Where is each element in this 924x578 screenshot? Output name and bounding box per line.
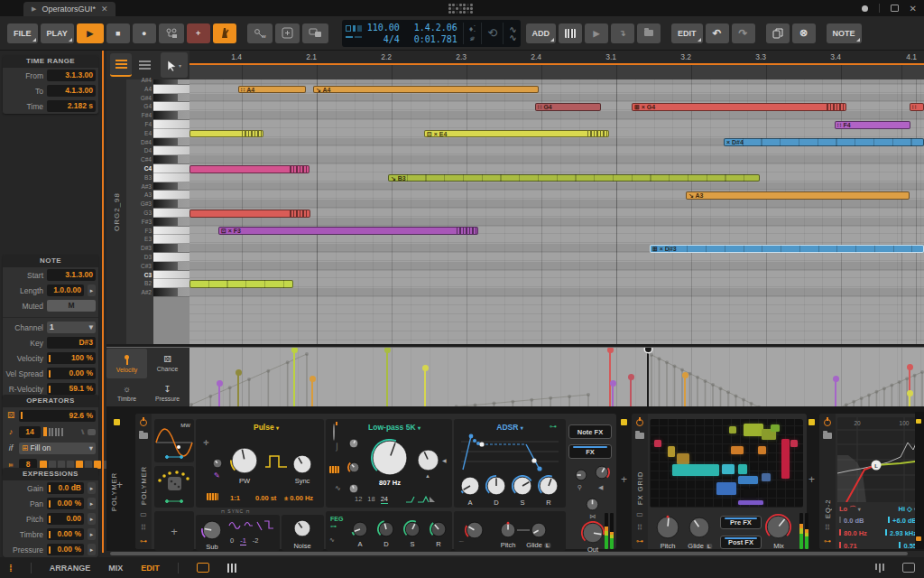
expand-icon[interactable]: ⠿: [637, 525, 642, 532]
expression-tab-chance[interactable]: ⚄Chance: [147, 349, 188, 378]
mod-random-display[interactable]: [154, 466, 194, 508]
power-icon[interactable]: [636, 419, 643, 426]
midi-note-G4[interactable]: ∷: [910, 103, 924, 111]
pitch-env-knob[interactable]: [465, 520, 485, 544]
length-expand-button[interactable]: ▸: [88, 284, 96, 296]
maximize-icon[interactable]: [891, 5, 899, 12]
fx-grid-device[interactable]: FX GRID ▭ ⠿ ⊶ Pitch Glide L Pre FX Post …: [632, 414, 807, 549]
piano-key-C#3[interactable]: [153, 262, 189, 271]
slope-option[interactable]: 24: [381, 495, 388, 504]
grid-module[interactable]: [654, 440, 661, 447]
fx-glide-knob[interactable]: [688, 516, 711, 543]
feg-mod-icon[interactable]: ⊶: [330, 523, 337, 530]
modulators-icon[interactable]: ⊶: [824, 538, 831, 545]
piano-key-F4[interactable]: [153, 120, 189, 129]
add-track-button[interactable]: [275, 23, 300, 43]
chance-field[interactable]: 92.6 %: [19, 410, 96, 422]
grid-module[interactable]: [722, 464, 735, 474]
time-range-field[interactable]: 4.1.3.00: [47, 85, 96, 97]
add-device-button[interactable]: +: [621, 473, 627, 486]
midi-note-D#3[interactable]: ⊞ × D#3: [650, 245, 924, 253]
piano-keyboard[interactable]: [153, 79, 189, 344]
piano-key-F#4[interactable]: [153, 111, 189, 120]
preset-folder-icon[interactable]: [823, 433, 832, 439]
pre-fx-button[interactable]: Pre FX: [720, 516, 762, 529]
grid-module[interactable]: [738, 476, 758, 484]
piano-key-A#2[interactable]: [153, 288, 189, 297]
sub-octave-select[interactable]: 0-1-2: [230, 536, 259, 545]
piano-key-G4[interactable]: [153, 102, 189, 111]
expression-field-pitch[interactable]: 0.00: [47, 513, 84, 525]
midi-note-A4[interactable]: ↘ A4: [313, 86, 539, 94]
midi-note-B3[interactable]: ↘ B3: [388, 174, 760, 182]
feg-knob-D[interactable]: [377, 520, 395, 542]
expand-icon[interactable]: ⠿: [141, 525, 146, 532]
midi-note-G4[interactable]: ⊞ × G4: [632, 103, 846, 111]
sync-knob[interactable]: [291, 453, 313, 479]
midi-note-A4[interactable]: ∷ A4: [238, 86, 306, 94]
glide-knob[interactable]: [530, 521, 548, 543]
velocity-field[interactable]: 100 %: [47, 352, 96, 364]
recurrence-length[interactable]: 14: [19, 426, 41, 438]
amp-mod-icon[interactable]: ⊶: [550, 423, 557, 431]
piano-key-C4[interactable]: [153, 164, 189, 173]
eq2-device[interactable]: EQ-2 ⠿ ⊶ 20 100 1k +20 +10 -10 -20: [819, 414, 924, 549]
close-window-icon[interactable]: ✕: [910, 4, 917, 14]
expression-tab-velocity[interactable]: Velocity: [106, 349, 147, 378]
recurrence-mode[interactable]: [88, 429, 96, 435]
r-velocity-field[interactable]: 59.1 %: [47, 383, 96, 395]
octave-option[interactable]: 0: [230, 536, 234, 545]
beat-ruler[interactable]: 1.42.12.22.32.43.13.23.33.44.1: [189, 51, 924, 63]
expand-button[interactable]: ▸: [88, 498, 96, 509]
undo-button[interactable]: ↶: [706, 23, 729, 43]
panel-divider[interactable]: [102, 51, 104, 553]
edit-menu-button[interactable]: EDIT: [671, 23, 703, 43]
jump-button[interactable]: ↴: [611, 23, 634, 43]
edit-view-button[interactable]: EDIT: [141, 564, 160, 573]
expand-button[interactable]: ▸: [88, 528, 96, 540]
tab-close-icon[interactable]: ✕: [101, 5, 108, 14]
pointer-tool-button[interactable]: ▾: [161, 52, 188, 78]
tempo-signature[interactable]: 110.00 4/4: [367, 22, 400, 45]
play-button[interactable]: ▶: [77, 23, 104, 43]
grid-module[interactable]: [668, 446, 675, 457]
slope-option[interactable]: 18: [367, 495, 374, 504]
feg-knob-S[interactable]: [403, 520, 421, 542]
cutoff-value[interactable]: 807 Hz: [379, 479, 401, 487]
keytrack-icon[interactable]: [207, 493, 218, 500]
device-handle[interactable]: [808, 419, 815, 425]
grid-module[interactable]: [744, 424, 763, 436]
piano-key-G#3[interactable]: [153, 200, 189, 209]
expression-field-pan[interactable]: 0.00 %: [47, 498, 84, 509]
amp-preset-select[interactable]: ADSR ▾: [496, 423, 522, 432]
automation-write-button[interactable]: w: [247, 23, 273, 43]
power-icon[interactable]: [824, 419, 831, 426]
piano-key-D#3[interactable]: [153, 244, 189, 253]
expand-icon[interactable]: ⠿: [825, 525, 830, 532]
mixer-panel-icon[interactable]: [875, 564, 885, 573]
osc-ratio[interactable]: 1:1: [230, 494, 240, 502]
amp-env-knob-A[interactable]: [459, 475, 481, 500]
time-range-field[interactable]: 2.182 s: [47, 100, 96, 112]
piano-key-E3[interactable]: [153, 235, 189, 244]
preset-folder-icon[interactable]: [139, 433, 148, 439]
grid-module[interactable]: [738, 464, 747, 474]
device-handle[interactable]: [621, 419, 627, 425]
folder-button[interactable]: [637, 23, 661, 43]
piano-key-D#4[interactable]: [153, 138, 189, 147]
midi-note-E4[interactable]: ⊡ × E4: [424, 130, 609, 138]
eq-q-row[interactable]: 0.71 0.55: [839, 542, 917, 550]
modulators-icon[interactable]: ⊶: [636, 538, 643, 545]
envelope-graph[interactable]: [461, 432, 559, 471]
piano-key-D3[interactable]: [153, 253, 189, 262]
pw-knob[interactable]: [230, 446, 259, 479]
track-name-strip[interactable]: ORG2_98: [106, 79, 126, 344]
record-button[interactable]: ●: [133, 23, 156, 43]
play-selection-button[interactable]: ▶: [585, 23, 608, 43]
piano-key-A4[interactable]: [153, 85, 189, 94]
eq-graph[interactable]: 20 100 1k +20 +10 -10 -20 L H: [837, 417, 924, 502]
grid-module[interactable]: [744, 489, 756, 501]
add-device-button[interactable]: +: [808, 473, 815, 486]
loop-toggle-icon[interactable]: ⟲: [487, 29, 497, 38]
midi-note-D#4[interactable]: × D#4: [724, 138, 924, 146]
